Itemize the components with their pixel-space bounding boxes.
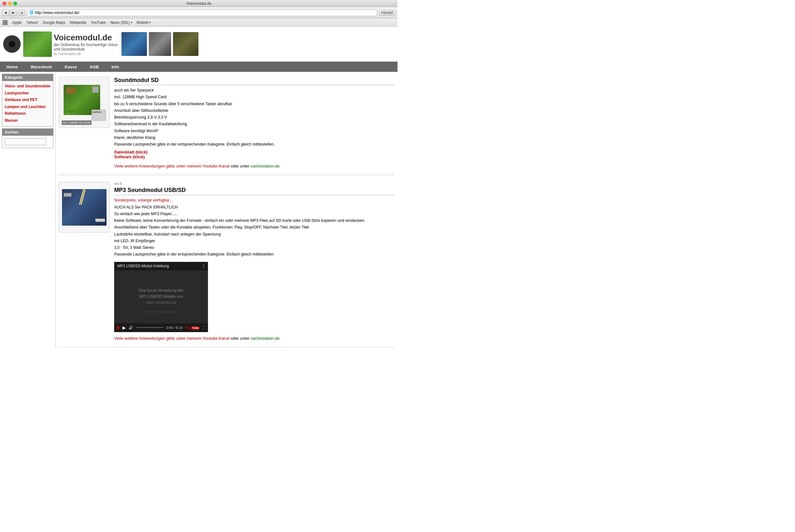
video-controls: ▶ 🔊 0:06 / 6:14 YouTube ⛶ (114, 323, 208, 332)
sidebar-link-messer[interactable]: Messer (5, 117, 51, 124)
news-dropdown-arrow: ▾ (131, 21, 132, 24)
fullscreen-button[interactable]: ⛶ (202, 326, 205, 329)
back-button[interactable]: ◀ (2, 9, 9, 16)
beliebt-dropdown-arrow: ▾ (149, 21, 151, 24)
sidebar-link-voice[interactable]: Voice- und Soundmodule (5, 83, 51, 90)
bookmark-googlemaps[interactable]: Google Maps (43, 20, 65, 25)
product1-features: auch als 5er Sparpack incl. 128MB High S… (114, 87, 394, 148)
sidebar-search-title: Suchen (2, 129, 53, 136)
product2-features: Sonderpreis, solange verfügbar... AUCH A… (114, 197, 394, 258)
bookmark-wikipedia[interactable]: Wikipedia (70, 20, 86, 25)
nav-kasse[interactable]: Kasse (58, 62, 83, 72)
video-watermark: www.voiceodul.de (144, 309, 178, 314)
nav-warenkorb[interactable]: Warenkorb (24, 62, 58, 72)
window-controls (2, 2, 17, 5)
p2-f3: Keine Software, keine Konvertierung der … (114, 218, 365, 223)
navigation-buttons: ◀ ▶ (2, 9, 17, 16)
product1-youtube-section: Viele weitere Anwendungen gibts unter me… (114, 164, 394, 168)
play-button[interactable]: ▶ (123, 325, 126, 330)
p2-f4: Anschließend über Tasten oder die Kontak… (114, 225, 309, 229)
product2-mo: mo 9 (114, 182, 394, 186)
sidebar-kategorie: Kategorie Voice- und Soundmodule Lautspr… (2, 74, 53, 127)
p1-f4: Anschluß über Stiftsockelleiste (114, 108, 168, 113)
video-screen-text: Eine kurze Vorstellung des MP3 USB/SD Mo… (138, 288, 184, 306)
bookmark-googlemaps-label: Google Maps (43, 20, 65, 25)
minimize-button[interactable] (8, 2, 12, 5)
address-bar[interactable]: 🌐 (27, 9, 377, 16)
private-mode-button[interactable]: PRIVAT (379, 10, 395, 16)
p2-f8: Passende Lautsprecher gibts in der entsp… (114, 252, 274, 256)
site-tagline-line2: und Soundmodule (54, 47, 118, 52)
bookmark-news[interactable]: News (591) ▾ (110, 20, 132, 25)
bookmarks-bar: Apple Yahoo! Google Maps Wikipedia YouTu… (0, 18, 398, 27)
speaker-icon (3, 35, 21, 53)
sidebar: Kategorie Voice- und Soundmodule Lautspr… (0, 72, 56, 349)
header-module-image-3 (149, 32, 171, 56)
product2-youtube-link[interactable]: meinem Youtube-Kanal (187, 336, 229, 341)
p1-f6: Softwaredownload in der Kaufabwicklung (114, 122, 187, 126)
product1-software-link[interactable]: Software (klick) (114, 154, 145, 159)
p1-f9: Passende Lautsprecher gibts in der entsp… (114, 142, 275, 147)
progress-bar[interactable] (136, 327, 164, 328)
main-layout: Kategorie Voice- und Soundmodule Lautspr… (0, 72, 398, 349)
p1-f8: Klarer, deutlicher Klang (114, 135, 155, 140)
product1-datenblatt-link[interactable]: Datenblatt (klick) (114, 150, 148, 154)
p1-f5: Betriebsspannung 2,8 V-3,3 V (114, 115, 167, 119)
product1-cachestation-link[interactable]: cachestation.de (251, 164, 279, 168)
bookmark-apple[interactable]: Apple (12, 20, 22, 25)
separator-2 (59, 347, 394, 347)
p1-f7: Software benötigt WinXP (114, 129, 159, 133)
progress-fill (136, 327, 137, 328)
header-module-image-4 (173, 32, 199, 56)
site-tagline-line1: der Onlineshop für hochwertige Voice- (54, 43, 118, 47)
window-title: Voicemodul.de (186, 1, 211, 6)
address-input[interactable] (35, 11, 375, 15)
video-title: MP3 USB/SD-Modul Anleitung (117, 264, 169, 268)
p2-sonderpreis: Sonderpreis, solange verfügbar... (114, 198, 173, 203)
sidebar-search-box: Suchen (2, 128, 53, 148)
video-titlebar: MP3 USB/SD-Modul Anleitung ⤴ (114, 262, 208, 270)
share-icon[interactable]: ⤴ (203, 264, 205, 268)
p1-f1: auch als 5er Sparpack (114, 88, 153, 93)
forward-button[interactable]: ▶ (10, 9, 17, 16)
p1-f3: bis zu 5 verschiedene Sounds über 5 vers… (114, 102, 232, 106)
product1-oder-unter: oder unter (230, 164, 251, 168)
site-byline: by Cachestation.de (54, 52, 118, 56)
p2-f6: mit LED, IR Empfänger (114, 239, 155, 243)
header-module-image-2 (122, 32, 147, 56)
sidebar-link-gehause[interactable]: Gehäuse und PET (5, 97, 51, 103)
sidebar-link-lampen[interactable]: Lampen und Leuchten (5, 103, 51, 111)
sidebar-link-lautsprecher[interactable]: Lautsprecher (5, 90, 51, 97)
p2-f1: AUCH ALS 5er PACK ERHÄLTLICH (114, 205, 178, 209)
product2-title: MP3 Soundmodul USB/SD (114, 187, 394, 195)
bookmark-yahoo-label: Yahoo! (26, 20, 38, 25)
search-input[interactable] (5, 138, 46, 145)
product2-youtube-section: Viele weitere Anwendungen gibts unter me… (114, 336, 394, 341)
product1-youtube-link[interactable]: meinem Youtube-Kanal (187, 164, 229, 168)
browser-toolbar: ◀ ▶ + 🌐 PRIVAT (0, 7, 398, 18)
bookmark-yahoo[interactable]: Yahoo! (26, 20, 38, 25)
product2-youtube-text: Viele weitere Anwendungen gibts unter (114, 336, 187, 341)
product1-image-label: incl. 128MB SD Karte (62, 120, 92, 125)
new-tab-button[interactable]: + (19, 10, 25, 16)
video-screen[interactable]: Eine kurze Vorstellung des MP3 USB/SD Mo… (114, 270, 208, 323)
sidebar-kategorie-title: Kategorie (2, 74, 53, 81)
product-mp3-usb-sd: mo 9 MP3 Soundmodul USB/SD Sonderpreis, … (59, 177, 394, 345)
volume-icon[interactable]: 🔊 (128, 325, 133, 330)
site-branding: Voicemodul.de der Onlineshop für hochwer… (54, 33, 118, 56)
bookmark-youtube[interactable]: YouTube (91, 20, 106, 25)
nav-info[interactable]: Info (105, 62, 126, 72)
bookmark-apple-label: Apple (12, 20, 22, 25)
maximize-button[interactable] (13, 2, 17, 5)
nav-agb[interactable]: AGB (83, 62, 105, 72)
nav-home[interactable]: Home (0, 62, 24, 72)
sidebar-link-reflektoren[interactable]: Reflektoren (5, 110, 51, 117)
product1-image-box: SanDisk incl. 128MB SD Karte (59, 77, 110, 128)
close-button[interactable] (2, 2, 6, 5)
product2-image-box (59, 182, 110, 233)
bookmark-wikipedia-label: Wikipedia (70, 20, 86, 25)
main-content: SanDisk incl. 128MB SD Karte Soundmodul … (56, 72, 398, 349)
product2-cachestation-link[interactable]: cachestation.de (251, 336, 279, 341)
bookmark-beliebt[interactable]: Beliebt ▾ (137, 20, 151, 25)
p1-f2: incl. 128MB High Speed Card (114, 95, 167, 99)
